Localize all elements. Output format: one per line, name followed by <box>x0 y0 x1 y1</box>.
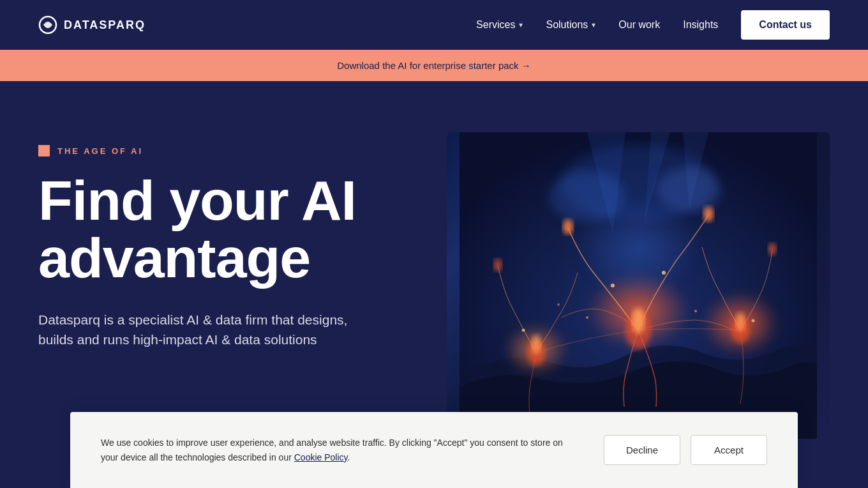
svg-point-25 <box>657 167 721 212</box>
svg-point-12 <box>611 284 615 287</box>
hero-tag-text: THE AGE OF AI <box>57 146 143 156</box>
svg-point-22 <box>736 312 745 332</box>
cookie-buttons: Decline Accept <box>604 435 767 465</box>
logo-icon <box>38 15 57 34</box>
tag-square-icon <box>38 145 50 156</box>
svg-point-18 <box>557 303 560 306</box>
nav-solutions[interactable]: Solutions ▾ <box>546 19 595 31</box>
nav-services[interactable]: Services ▾ <box>476 19 523 31</box>
svg-point-20 <box>532 335 541 354</box>
hero-description: Datasparq is a specialist AI & data firm… <box>38 310 370 350</box>
hero-tag: THE AGE OF AI <box>38 145 408 156</box>
promo-banner[interactable]: Download the AI for enterprise starter p… <box>0 50 868 81</box>
nav-our-work[interactable]: Our work <box>618 19 660 31</box>
svg-point-10 <box>494 259 502 271</box>
svg-point-16 <box>522 329 525 332</box>
svg-point-11 <box>768 243 776 255</box>
cookie-policy-link[interactable]: Cookie Policy <box>294 452 348 462</box>
svg-point-15 <box>694 310 697 312</box>
svg-point-24 <box>549 171 625 222</box>
nav-insights[interactable]: Insights <box>683 19 718 31</box>
services-chevron-icon: ▾ <box>519 20 523 29</box>
hero-content: THE AGE OF AI Find your AI advantage Dat… <box>38 132 408 350</box>
cookie-message: We use cookies to improve user experienc… <box>101 436 578 464</box>
banner-link[interactable]: Download the AI for enterprise starter p… <box>337 60 530 71</box>
svg-point-17 <box>752 319 755 323</box>
cookie-decline-button[interactable]: Decline <box>604 435 680 465</box>
svg-point-13 <box>662 271 666 275</box>
solutions-chevron-icon: ▾ <box>592 20 595 29</box>
logo[interactable]: DATASPARQ <box>38 15 146 34</box>
cookie-accept-button[interactable]: Accept <box>691 435 767 465</box>
cookie-banner: We use cookies to improve user experienc… <box>70 412 798 488</box>
logo-text: DATASPARQ <box>64 19 146 32</box>
svg-point-14 <box>586 316 588 319</box>
nav-links: Services ▾ Solutions ▾ Our work Insights… <box>476 10 830 40</box>
hero-image-container <box>447 132 830 439</box>
hero-image <box>447 132 830 439</box>
navigation: DATASPARQ Services ▾ Solutions ▾ Our wor… <box>0 0 868 50</box>
ai-visualization <box>447 132 830 439</box>
svg-point-8 <box>563 219 573 234</box>
svg-point-7 <box>632 308 645 333</box>
contact-button[interactable]: Contact us <box>741 10 830 40</box>
hero-title: Find your AI advantage <box>38 172 408 287</box>
